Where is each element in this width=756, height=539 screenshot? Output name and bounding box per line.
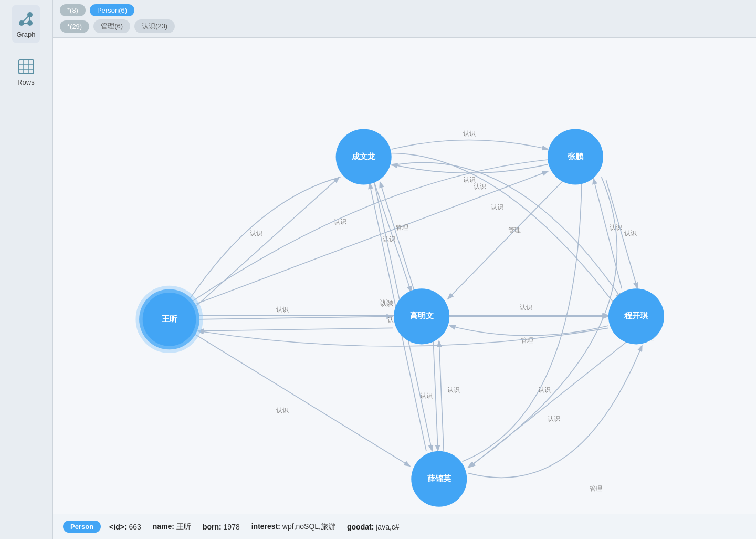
edge-label-3: 认识 [276,306,289,314]
info-id-value: 663 [129,523,141,531]
info-id-field: <id>: 663 [109,523,141,531]
all-edges-tag[interactable]: *(29) [60,20,89,33]
info-goodat-value: java,c# [376,523,399,531]
sidebar-item-rows[interactable]: Rows [13,53,40,90]
info-bar: Person <id>: 663 name: 王昕 born: 1978 int… [52,514,756,539]
edge-label-8: 认识 [383,235,395,243]
edge-label-2: 认识 [334,218,346,225]
edge-wangxi-chengwenlong [194,177,339,308]
filter-row-nodes: *(8) Person(6) [60,4,749,16]
main-content: *(8) Person(6) *(29) 管理(6) 认识(23) 认识 认识 [52,0,756,539]
info-goodat-field: goodat: java,c# [347,523,400,531]
edge-label-18: 认识 [380,299,392,306]
info-name-field: name: 王昕 [153,522,191,532]
edge-gmw-wx [198,328,393,331]
edge-ckq-zp [593,178,622,288]
info-interest-value: wpf,noSQL,旅游 [282,522,335,531]
svg-rect-6 [19,60,34,74]
edge-wangxi-gaomingwen [198,316,393,319]
node-zhangpeng[interactable] [548,129,603,184]
filter-bar: *(8) Person(6) *(29) 管理(6) 认识(23) [52,0,756,38]
rows-icon [17,57,36,76]
sidebar-item-graph[interactable]: Graph [12,5,39,43]
edge-ckq-gmw [449,326,608,336]
edge-xjy-gmw [439,341,444,451]
edge-cwl-zp [392,140,548,149]
edge-gmw-xjy [433,341,438,451]
edge-label-10: 认识 [491,203,503,211]
node-gaomingwen[interactable] [394,288,449,344]
sidebar-rows-label: Rows [17,78,35,86]
edge-label-1: 认识 [250,230,262,237]
know-edges-tag[interactable]: 认识(23) [134,19,175,33]
edge-label-16: 管理 [521,337,533,344]
edge-xjy-zp [462,177,582,461]
edge-label-11: 认识 [474,183,486,190]
manage-edges-tag[interactable]: 管理(6) [93,19,130,33]
edge-ckq-xjy [469,340,629,468]
info-id-label: <id>: [109,523,127,531]
edge-label-22: 认识 [447,386,460,393]
edge-label-4: 认识 [276,407,289,414]
edge-label-7: 认识 [463,176,476,183]
edge-wangxi-zhangpeng [196,171,548,304]
all-nodes-tag[interactable]: *(8) [60,4,86,16]
edge-label-15: 认识 [520,304,532,311]
edge-zp-gmw [448,178,565,299]
edge-label-13: 认识 [624,230,637,237]
edge-label-12: 管理 [508,226,521,234]
graph-icon [16,9,35,28]
info-born-field: born: 1978 [203,523,240,531]
sidebar: Graph Rows [0,0,52,539]
node-wangxi[interactable] [139,289,200,349]
edge-zp-cwl [392,164,548,173]
filter-row-edges: *(29) 管理(6) 认识(23) [60,19,749,33]
person-nodes-tag[interactable]: Person(6) [90,4,134,16]
sidebar-graph-label: Graph [16,30,35,38]
info-interest-label: interest: [251,522,280,531]
edge-label-9: 管理 [396,224,408,231]
edge-label-23: 认识 [548,415,560,422]
info-born-label: born: [203,523,222,531]
info-goodat-label: goodat: [347,523,374,531]
edge-wangxi-xuejinying [194,334,410,466]
edge-cwl-ckq [392,162,622,299]
node-chengwenlong[interactable] [336,129,392,184]
node-chengkaiqiu[interactable] [608,288,664,344]
edge-zp-xjy [468,177,617,467]
edge-label-21: 认识 [420,392,433,399]
info-name-value: 王昕 [176,522,191,531]
edge-label-20: 认识 [538,386,551,393]
edge-label-24: 管理 [590,485,602,492]
edge-xjy-ckq [468,346,642,478]
info-born-value: 1978 [224,523,240,531]
info-interest-field: interest: wpf,noSQL,旅游 [251,522,335,532]
info-name-label: name: [153,522,174,531]
node-xuejinying[interactable] [411,451,467,507]
graph-canvas[interactable]: 认识 认识 认识 认识 认识 认识 认识 认识 管理 [52,38,756,514]
edge-label-6: 认识 [463,130,476,137]
info-person-badge[interactable]: Person [63,521,101,533]
